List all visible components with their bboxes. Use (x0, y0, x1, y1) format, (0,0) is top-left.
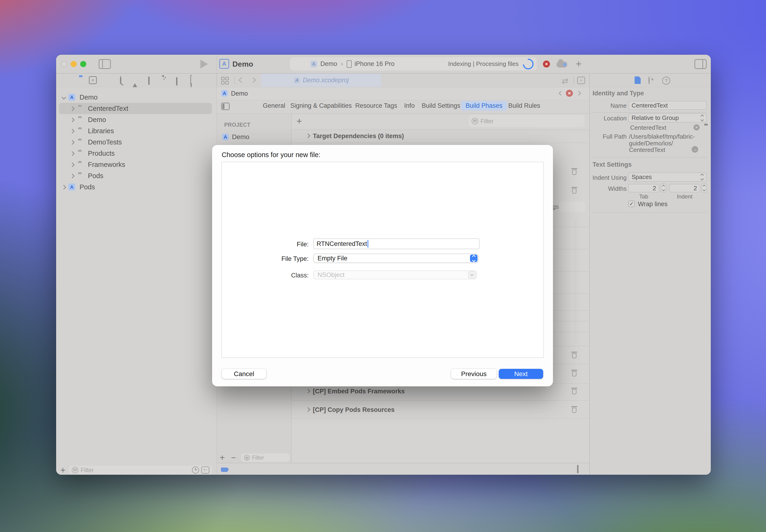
scheme-name[interactable]: Demo (232, 60, 253, 68)
indent-width-stepper[interactable] (701, 183, 707, 192)
phase-disclosure-icon[interactable] (305, 389, 310, 393)
delete-phase-icon[interactable] (571, 168, 577, 175)
tab-info[interactable]: Info (404, 102, 415, 109)
sidebar-item-frameworks[interactable]: Frameworks (56, 159, 216, 170)
sidebar-item-centeredtext[interactable]: CenteredText (56, 103, 216, 114)
stop-error-icon[interactable]: ✕ (543, 61, 550, 68)
sidebar-filter-input[interactable]: Filter +- (69, 466, 212, 474)
tab-width-field[interactable]: 2 (628, 184, 659, 192)
filter-icon (72, 467, 78, 473)
minimize-window-icon[interactable] (71, 61, 77, 67)
delete-phase-icon[interactable] (571, 388, 577, 395)
tab-signing-capabilities[interactable]: Signing & Capabilities (290, 102, 352, 109)
remove-target-icon[interactable]: − (231, 453, 236, 463)
next-button[interactable]: Next (499, 369, 543, 379)
disclosure-open-icon[interactable] (61, 95, 66, 100)
outline-project-item[interactable]: Demo (222, 133, 249, 141)
scheme-app-icon[interactable] (219, 59, 229, 69)
add-tab-icon[interactable]: + (576, 58, 582, 70)
previous-button[interactable]: Previous (451, 369, 497, 379)
tab-resource-tags[interactable]: Resource Tags (355, 102, 397, 109)
toggle-bottom-bar-icon[interactable] (577, 465, 579, 473)
clear-location-icon[interactable]: ✕ (694, 124, 700, 130)
outline-filter-input[interactable]: Filter (241, 453, 290, 462)
sidebar-item-label: Demo (88, 114, 106, 125)
flags-filter-icon[interactable]: +- (201, 467, 209, 474)
disclosure-closed-icon[interactable] (70, 151, 75, 156)
toggle-navigator-icon[interactable] (99, 59, 111, 69)
sidebar-item-pods-project[interactable]: Pods (56, 181, 216, 193)
delete-phase-icon[interactable] (571, 352, 577, 359)
recents-filter-icon[interactable] (192, 467, 199, 474)
run-icon[interactable] (200, 60, 208, 68)
delete-phase-icon[interactable] (571, 406, 577, 413)
tab-build-phases[interactable]: Build Phases (461, 101, 507, 111)
disclosure-closed-icon[interactable] (70, 129, 75, 133)
editor-tab[interactable]: Demo.xcodeproj (261, 74, 381, 87)
editor-bottom-strip (217, 463, 589, 475)
editor-tab-label: Demo.xcodeproj (303, 77, 349, 84)
history-inspector-icon[interactable] (649, 76, 650, 84)
outline-toggle-icon[interactable] (221, 103, 230, 110)
disclosure-closed-icon[interactable] (70, 162, 75, 167)
file-inspector-icon[interactable] (635, 76, 641, 84)
error-badge-icon[interactable]: ✕ (566, 90, 573, 97)
indent-using-popup[interactable]: Spaces (628, 173, 707, 182)
phase-disclosure-icon[interactable] (305, 133, 310, 138)
file-name-input[interactable]: RTNCenteredText (313, 238, 480, 249)
sidebar-item-libraries[interactable]: Libraries (56, 125, 216, 137)
phase-disclosure-icon[interactable] (305, 407, 310, 412)
tab-build-rules[interactable]: Build Rules (508, 102, 540, 109)
add-target-icon[interactable]: + (220, 453, 225, 463)
tab-overview-icon[interactable] (221, 77, 229, 84)
add-build-phase-icon[interactable]: + (296, 116, 302, 126)
location-popup[interactable]: Relative to Group (628, 113, 707, 122)
breadcrumb-separator-icon: › (341, 60, 343, 68)
sidebar-item-demo-project[interactable]: Demo (56, 92, 216, 103)
add-file-icon[interactable]: + (60, 465, 65, 475)
tab-build-settings[interactable]: Build Settings (422, 102, 460, 109)
cloud-status-icon[interactable] (557, 61, 567, 68)
indent-width-field[interactable]: 2 (669, 184, 700, 192)
phase-copy-pods[interactable]: [CP] Copy Pods Resources (313, 406, 395, 413)
file-type-popup[interactable]: Empty File (313, 254, 479, 263)
close-window-icon[interactable] (61, 61, 67, 67)
tests-navigator-icon[interactable] (148, 77, 150, 84)
tab-width-stepper[interactable] (661, 183, 666, 192)
tab-general[interactable]: General (263, 102, 285, 109)
find-navigator-icon[interactable] (120, 77, 121, 84)
swap-editor-icon[interactable]: ⇄ (562, 76, 569, 86)
breadcrumb[interactable]: Demo (231, 90, 248, 97)
tab-caption: Tab (639, 193, 648, 200)
disclosure-closed-icon[interactable] (70, 174, 75, 178)
sidebar-item-demotests[interactable]: DemoTests (56, 137, 216, 148)
open-path-arrow-icon[interactable]: → (692, 146, 698, 153)
wrap-lines-checkbox[interactable] (628, 201, 635, 207)
disclosure-closed-icon[interactable] (70, 140, 75, 145)
disclosure-closed-icon[interactable] (61, 185, 66, 190)
sidebar-item-pods-group[interactable]: Pods (56, 170, 216, 181)
popup-stepper-icon[interactable] (470, 255, 478, 262)
class-combo[interactable]: NSObject (313, 270, 477, 279)
cancel-button[interactable]: Cancel (222, 369, 266, 379)
filter-icon (244, 455, 250, 460)
disclosure-closed-icon[interactable] (70, 118, 75, 122)
delete-phase-icon[interactable] (571, 370, 577, 377)
phase-target-dependencies[interactable]: Target Dependencies (0 items) (313, 133, 404, 140)
add-editor-icon[interactable]: + (577, 77, 585, 84)
help-inspector-icon[interactable]: ? (662, 77, 670, 85)
source-control-navigator-icon[interactable]: ✕ (89, 76, 97, 84)
name-field[interactable]: CenteredText (628, 101, 707, 110)
breakpoints-navigator-icon[interactable] (176, 78, 177, 85)
phases-filter-input[interactable]: Filter (469, 115, 585, 127)
issues-navigator-icon[interactable] (131, 76, 139, 83)
sidebar-item-demo-group[interactable]: Demo (56, 114, 216, 125)
zoom-window-icon[interactable] (80, 61, 86, 67)
combo-chevron-icon[interactable] (468, 271, 476, 278)
delete-phase-icon[interactable] (571, 187, 577, 194)
toggle-inspector-icon[interactable] (694, 59, 707, 69)
sidebar-item-products[interactable]: Products (56, 148, 216, 159)
activity-pill[interactable]: Demo › iPhone 16 Pro Indexing | Processi… (290, 57, 537, 71)
sidebar-item-label: Products (88, 148, 115, 159)
phase-embed-pods[interactable]: [CP] Embed Pods Frameworks (313, 388, 405, 395)
